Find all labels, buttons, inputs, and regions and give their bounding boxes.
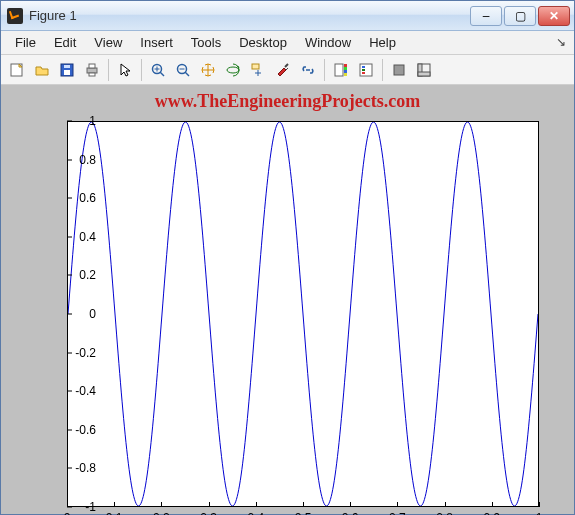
plot-area: www.TheEngineeringProjects.com -1-0.8-0.… (1, 85, 574, 514)
dock-arrow-icon[interactable]: ↘ (556, 35, 566, 49)
hide-plot-tools-icon[interactable] (387, 58, 411, 82)
close-button[interactable]: ✕ (538, 6, 570, 26)
y-tick-label: -0.4 (56, 384, 96, 398)
svg-rect-3 (64, 65, 70, 68)
toolbar-separator (382, 59, 383, 81)
zoom-in-icon[interactable] (146, 58, 170, 82)
toolbar (1, 55, 574, 85)
menu-window[interactable]: Window (297, 32, 359, 53)
colorbar-icon[interactable] (329, 58, 353, 82)
save-icon[interactable] (55, 58, 79, 82)
legend-icon[interactable] (354, 58, 378, 82)
svg-rect-24 (360, 64, 372, 76)
minimize-button[interactable]: – (470, 6, 502, 26)
zoom-out-icon[interactable] (171, 58, 195, 82)
line-plot (68, 122, 538, 506)
pan-icon[interactable] (196, 58, 220, 82)
toolbar-separator (324, 59, 325, 81)
menu-file[interactable]: File (7, 32, 44, 53)
svg-rect-31 (418, 72, 430, 76)
x-tick-label: 0.1 (106, 511, 123, 515)
y-tick-label: 1 (56, 114, 96, 128)
axes[interactable] (67, 121, 539, 507)
svg-rect-6 (89, 73, 95, 76)
x-tick-label: 1 (536, 511, 543, 515)
x-tick-label: 0.4 (247, 511, 264, 515)
y-tick-label: 0.4 (56, 230, 96, 244)
maximize-icon: ▢ (515, 9, 526, 23)
window-controls: – ▢ ✕ (470, 6, 570, 26)
x-tick-label: 0.2 (153, 511, 170, 515)
y-tick-label: -1 (56, 500, 96, 514)
y-tick-label: -0.6 (56, 423, 96, 437)
svg-rect-15 (252, 64, 259, 69)
matlab-app-icon (7, 8, 23, 24)
show-plot-tools-icon[interactable] (412, 58, 436, 82)
y-tick-label: -0.2 (56, 346, 96, 360)
new-figure-icon[interactable] (5, 58, 29, 82)
x-tick-label: 0.5 (295, 511, 312, 515)
y-tick-label: 0.2 (56, 268, 96, 282)
menu-view[interactable]: View (86, 32, 130, 53)
link-icon[interactable] (296, 58, 320, 82)
menu-edit[interactable]: Edit (46, 32, 84, 53)
figure-window: Figure 1 – ▢ ✕ File Edit View Insert Too… (0, 0, 575, 515)
svg-rect-4 (87, 68, 97, 73)
print-icon[interactable] (80, 58, 104, 82)
svg-rect-21 (344, 67, 347, 70)
open-icon[interactable] (30, 58, 54, 82)
maximize-button[interactable]: ▢ (504, 6, 536, 26)
x-tick-label: 0.7 (389, 511, 406, 515)
window-title: Figure 1 (29, 8, 470, 23)
svg-rect-19 (335, 64, 343, 76)
y-tick-label: 0.6 (56, 191, 96, 205)
data-cursor-icon[interactable] (246, 58, 270, 82)
menu-help[interactable]: Help (361, 32, 404, 53)
x-tick-label: 0.9 (483, 511, 500, 515)
toolbar-separator (108, 59, 109, 81)
svg-rect-20 (344, 64, 347, 67)
svg-line-8 (160, 72, 164, 76)
pointer-icon[interactable] (113, 58, 137, 82)
x-tick-label: 0.8 (436, 511, 453, 515)
x-tick-label: 0.3 (200, 511, 217, 515)
svg-rect-5 (89, 64, 95, 68)
y-tick-label: -0.8 (56, 461, 96, 475)
titlebar[interactable]: Figure 1 – ▢ ✕ (1, 1, 574, 31)
menu-tools[interactable]: Tools (183, 32, 229, 53)
brush-icon[interactable] (271, 58, 295, 82)
svg-line-12 (185, 72, 189, 76)
close-icon: ✕ (549, 9, 559, 23)
toolbar-separator (141, 59, 142, 81)
svg-rect-22 (344, 70, 347, 73)
svg-rect-23 (344, 73, 347, 76)
svg-line-18 (285, 64, 288, 67)
y-tick-label: 0.8 (56, 153, 96, 167)
overlay-watermark: www.TheEngineeringProjects.com (1, 91, 574, 112)
menu-insert[interactable]: Insert (132, 32, 181, 53)
x-tick-label: 0.6 (342, 511, 359, 515)
svg-rect-2 (64, 70, 70, 75)
y-tick-label: 0 (56, 307, 96, 321)
x-tick-label: 0 (64, 511, 71, 515)
svg-rect-28 (394, 65, 404, 75)
menu-desktop[interactable]: Desktop (231, 32, 295, 53)
menubar: File Edit View Insert Tools Desktop Wind… (1, 31, 574, 55)
rotate3d-icon[interactable] (221, 58, 245, 82)
svg-point-14 (227, 67, 239, 73)
minimize-icon: – (483, 9, 490, 23)
